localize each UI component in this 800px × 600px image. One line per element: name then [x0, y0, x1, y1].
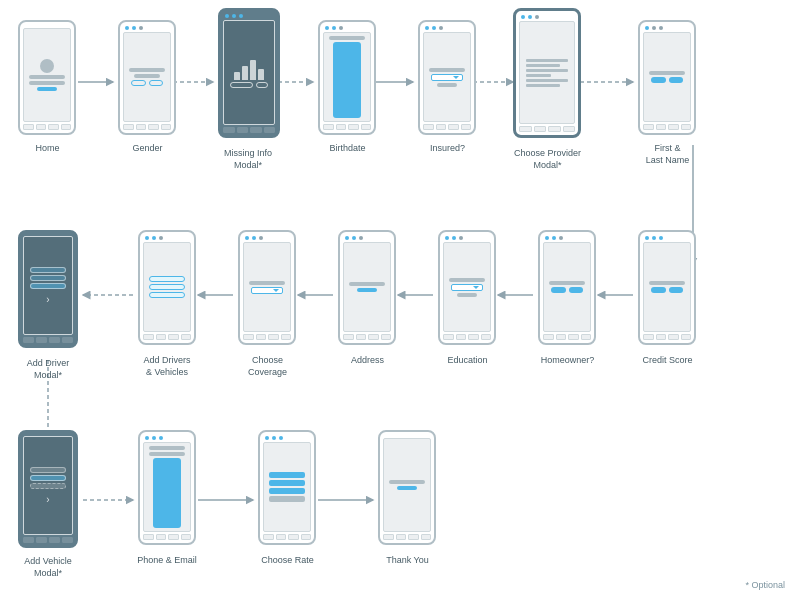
edu-bar1	[449, 278, 485, 282]
label-home: Home	[10, 143, 85, 155]
cp-footer	[519, 126, 575, 132]
screen-thank-you	[378, 430, 436, 545]
canvas: Home Gender	[0, 0, 800, 600]
addr-screen	[343, 242, 391, 332]
adm-ovals	[30, 267, 65, 289]
cc-select	[251, 287, 283, 294]
label-thank-you: Thank You	[365, 555, 450, 567]
home-avatar	[40, 59, 54, 73]
mi-footer	[223, 127, 275, 133]
avm-arrow: ›	[46, 494, 49, 505]
avm-ovals	[30, 467, 65, 489]
screen-add-vehicle-modal: ›	[18, 430, 78, 548]
avm-footer	[23, 537, 73, 543]
cp-screen	[519, 21, 575, 124]
ty-bar1	[389, 480, 425, 484]
addr-footer	[343, 334, 391, 340]
label-missing-info: Missing InfoModal*	[208, 148, 288, 171]
adv-screen	[143, 242, 191, 332]
label-add-driver-modal: Add DriverModal*	[8, 358, 88, 381]
label-first-last: First &Last Name	[625, 143, 710, 166]
pe-dots	[143, 436, 163, 440]
addr-bar1	[349, 282, 385, 286]
label-insured: Insured?	[410, 143, 485, 155]
edu-dots	[443, 236, 463, 240]
cr-footer	[263, 534, 311, 540]
home-bar-blue	[37, 87, 57, 91]
cr-dots	[263, 436, 283, 440]
home-bar2	[29, 81, 65, 85]
bd-screen	[323, 32, 371, 122]
mi-btns	[230, 82, 269, 88]
screen-add-drivers-vehicles	[138, 230, 196, 345]
ty-footer	[383, 534, 431, 540]
fl-screen	[643, 32, 691, 122]
bd-dots	[323, 26, 343, 30]
pe-screen	[143, 442, 191, 532]
ins-select	[431, 74, 463, 81]
cc-dots	[243, 236, 263, 240]
bd-bar1	[329, 36, 365, 40]
adv-footer	[143, 334, 191, 340]
adm-screen: ›	[23, 236, 73, 335]
ins-bar2	[437, 83, 457, 87]
adv-dots	[143, 236, 163, 240]
ho-dots	[543, 236, 563, 240]
gender-screen	[123, 32, 171, 122]
screen-add-driver-modal: ›	[18, 230, 78, 348]
ho-footer	[543, 334, 591, 340]
home-footer	[23, 124, 71, 130]
screen-choose-rate	[258, 430, 316, 545]
ho-btns	[551, 287, 583, 293]
adm-arrow: ›	[46, 294, 49, 305]
g-btns	[131, 80, 163, 86]
adv-ovals	[149, 276, 184, 298]
ty-screen	[383, 438, 431, 532]
bd-footer	[323, 124, 371, 130]
addr-bar2	[357, 288, 377, 292]
pe-btn	[153, 458, 181, 528]
avm-screen: ›	[23, 436, 73, 535]
addr-dots	[343, 236, 363, 240]
ins-bar1	[429, 68, 465, 72]
label-add-drivers-vehicles: Add Drivers& Vehicles	[122, 355, 212, 378]
screen-gender	[118, 20, 176, 135]
screen-credit-score	[638, 230, 696, 345]
screen-homeowner	[538, 230, 596, 345]
gender-dots	[123, 26, 143, 30]
edu-screen	[443, 242, 491, 332]
screen-home	[18, 20, 76, 135]
label-add-vehicle-modal: Add VehicleModal*	[8, 556, 88, 579]
label-choose-provider: Choose ProviderModal*	[505, 148, 590, 171]
ins-screen	[423, 32, 471, 122]
cr-screen	[263, 442, 311, 532]
ty-bar2	[397, 486, 417, 490]
label-address: Address	[330, 355, 405, 367]
ins-arrow	[453, 76, 459, 79]
screen-missing-info	[218, 8, 280, 138]
label-phone-email: Phone & Email	[122, 555, 212, 567]
cs-btns	[651, 287, 683, 293]
ho-bar1	[549, 281, 585, 285]
screen-choose-provider	[513, 8, 581, 138]
screen-choose-coverage	[238, 230, 296, 345]
screen-insured	[418, 20, 476, 135]
screen-phone-email	[138, 430, 196, 545]
screen-address	[338, 230, 396, 345]
fl-footer	[643, 124, 691, 130]
fl-btns	[651, 77, 683, 83]
pe-footer	[143, 534, 191, 540]
cs-dots	[643, 236, 663, 240]
label-birthdate: Birthdate	[310, 143, 385, 155]
cp-lines	[526, 59, 568, 87]
label-choose-rate: Choose Rate	[245, 555, 330, 567]
cc-bar1	[249, 281, 285, 285]
home-bar1	[29, 75, 65, 79]
cc-screen	[243, 242, 291, 332]
mi-screen	[223, 20, 275, 125]
adm-footer	[23, 337, 73, 343]
fl-bar1	[649, 71, 685, 75]
g-bar1	[129, 68, 165, 72]
cp-dots	[519, 15, 539, 19]
label-credit-score: Credit Score	[625, 355, 710, 367]
